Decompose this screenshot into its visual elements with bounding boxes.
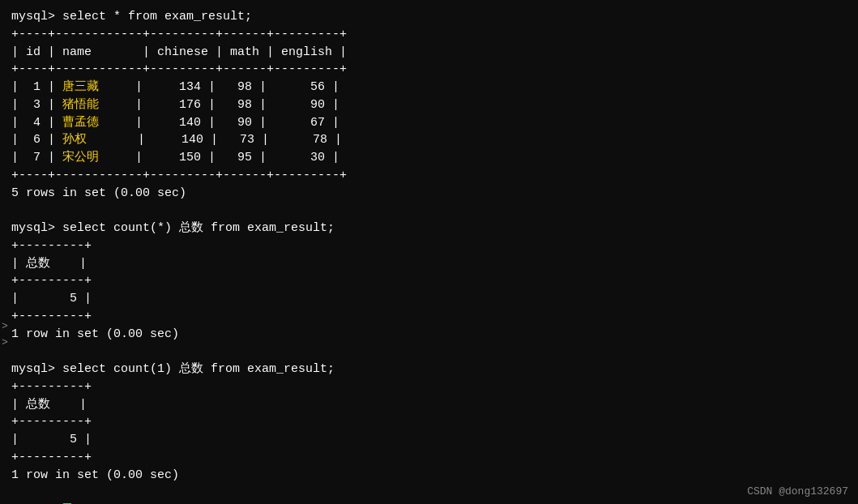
- table-border-top: +----+------------+---------+------+----…: [11, 26, 847, 44]
- table-border-bottom: +----+------------+---------+------+----…: [11, 167, 847, 185]
- table-row-4: | 6 | 孙权 | 140 | 73 | 78 |: [11, 131, 847, 149]
- empty-line-2: [11, 343, 847, 361]
- sql-line-1: mysql> select * from exam_result;: [11, 8, 847, 26]
- scroll-indicator-1: >: [2, 320, 8, 332]
- table-row-3: | 4 | 曹孟德 | 140 | 90 | 67 |: [11, 114, 847, 132]
- table-row-1: | 1 | 唐三藏 | 134 | 98 | 56 |: [11, 79, 847, 96]
- table2-border-bottom: +---------+: [11, 308, 847, 326]
- result-text-3: 1 row in set (0.00 sec): [11, 467, 847, 485]
- table2-border-mid: +---------+: [11, 272, 847, 290]
- table2-data: | 5 |: [11, 290, 847, 308]
- table-header: | id | name | chinese | math | english |: [11, 44, 847, 62]
- empty-line-3: [11, 484, 847, 502]
- empty-line-1: [11, 202, 847, 220]
- result-text-1: 5 rows in set (0.00 sec): [11, 185, 847, 203]
- table3-border-mid: +---------+: [11, 413, 847, 431]
- table3-border-bottom: +---------+: [11, 449, 847, 467]
- table3-data: | 5 |: [11, 431, 847, 449]
- sql-line-3: mysql> select count(1) 总数 from exam_resu…: [11, 361, 847, 378]
- result-text-2: 1 row in set (0.00 sec): [11, 326, 847, 344]
- table-border-mid: +----+------------+---------+------+----…: [11, 61, 847, 79]
- table-row-5: | 7 | 宋公明 | 150 | 95 | 30 |: [11, 149, 847, 167]
- table3-header: | 总数 |: [11, 396, 847, 414]
- table-row-2: | 3 | 猪悟能 | 176 | 98 | 90 |: [11, 96, 847, 114]
- scroll-indicator-2: >: [2, 336, 8, 348]
- table2-border-top: +---------+: [11, 237, 847, 255]
- watermark: CSDN @dong132697: [747, 485, 848, 498]
- terminal-window: mysql> select * from exam_result; +----+…: [0, 0, 858, 504]
- table3-border-top: +---------+: [11, 378, 847, 396]
- table2-header: | 总数 |: [11, 255, 847, 273]
- sql-line-2: mysql> select count(*) 总数 from exam_resu…: [11, 220, 847, 237]
